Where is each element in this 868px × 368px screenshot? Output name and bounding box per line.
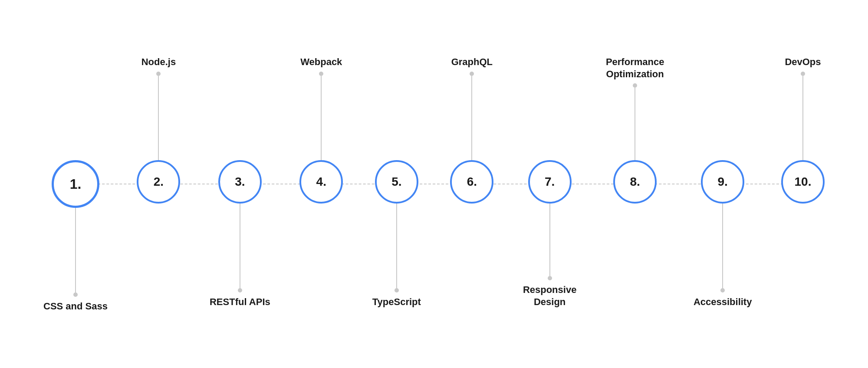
node-col-6: GraphQL6. (450, 56, 493, 312)
dot-top-6 (470, 72, 474, 76)
dot-top-8 (633, 83, 637, 88)
circle-node-9[interactable]: 9. (701, 160, 744, 204)
circle-node-5[interactable]: 5. (375, 160, 418, 204)
label-below-7: Responsive Design (523, 284, 577, 308)
dot-bottom-9 (720, 288, 725, 292)
circle-node-7[interactable]: 7. (528, 160, 572, 204)
dot-top-4 (319, 72, 323, 76)
vline-top-4 (321, 76, 322, 161)
label-above-6: GraphQL (451, 56, 493, 68)
circle-node-2[interactable]: 2. (137, 160, 180, 204)
label-below-1: CSS and Sass (43, 300, 108, 312)
node-col-10: DevOps10. (781, 56, 825, 312)
vline-bottom-5 (396, 204, 397, 288)
label-above-2: Node.js (141, 56, 176, 68)
node-col-9: 9.Accessibility (694, 56, 752, 312)
dot-bottom-7 (548, 276, 552, 280)
vline-top-8 (635, 88, 635, 160)
node-col-2: Node.js2. (137, 56, 180, 312)
node-col-5: 5.TypeScript (372, 56, 421, 312)
node-col-8: Performance Optimization8. (606, 56, 664, 312)
circle-node-8[interactable]: 8. (613, 160, 657, 204)
circle-node-3[interactable]: 3. (218, 160, 262, 204)
dot-top-2 (156, 72, 161, 76)
circle-node-6[interactable]: 6. (450, 160, 493, 204)
dot-bottom-1 (73, 292, 78, 297)
circle-node-10[interactable]: 10. (781, 160, 825, 204)
vline-bottom-1 (75, 208, 76, 292)
circle-node-1[interactable]: 1. (52, 160, 99, 208)
label-below-5: TypeScript (372, 296, 421, 308)
node-col-7: 7.Responsive Design (523, 56, 577, 312)
vline-bottom-3 (240, 204, 240, 288)
vline-bottom-7 (549, 204, 550, 276)
label-above-4: Webpack (300, 56, 342, 68)
label-above-10: DevOps (785, 56, 821, 68)
label-above-8: Performance Optimization (606, 56, 664, 80)
circle-node-4[interactable]: 4. (299, 160, 343, 204)
node-col-3: 3.RESTful APIs (210, 56, 270, 312)
dot-top-10 (801, 72, 805, 76)
vline-bottom-9 (722, 204, 723, 288)
node-col-1: 1.CSS and Sass (43, 56, 108, 312)
dot-bottom-5 (395, 288, 399, 292)
dot-bottom-3 (238, 288, 242, 292)
vline-top-6 (471, 76, 472, 161)
vline-top-2 (158, 76, 159, 161)
label-below-3: RESTful APIs (210, 296, 270, 308)
node-col-4: Webpack4. (299, 56, 343, 312)
label-below-9: Accessibility (694, 296, 752, 308)
vline-top-10 (802, 76, 803, 161)
diagram-container: 1.CSS and SassNode.js2.3.RESTful APIsWeb… (22, 28, 846, 340)
